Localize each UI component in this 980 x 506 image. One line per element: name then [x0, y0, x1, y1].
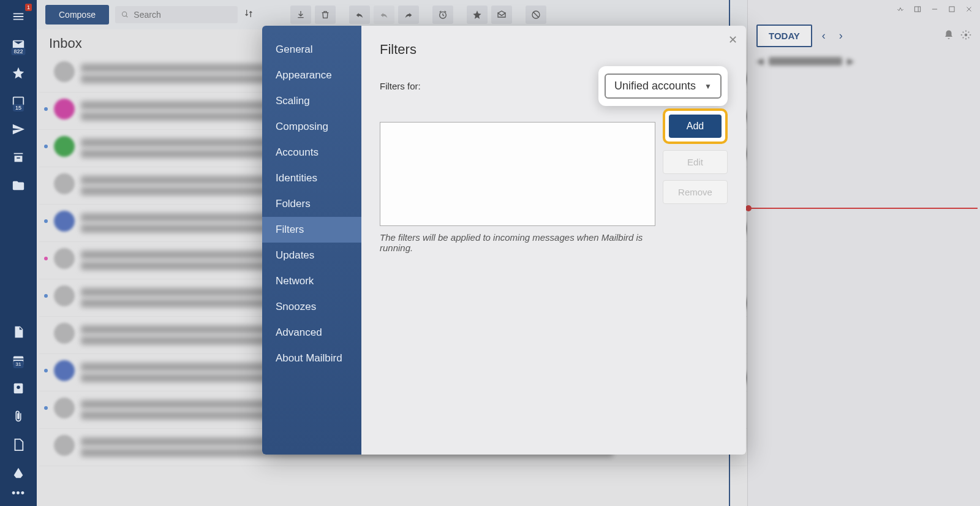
- menu-icon[interactable]: 1: [6, 5, 31, 28]
- more-icon[interactable]: •••: [12, 487, 25, 500]
- nav-accounts[interactable]: Accounts: [262, 140, 361, 165]
- nav-general[interactable]: General: [262, 37, 361, 62]
- filters-title: Filters: [380, 42, 728, 58]
- main-area: Compose: [37, 0, 980, 506]
- drive-icon[interactable]: [6, 461, 31, 485]
- mark-read-icon[interactable]: [491, 6, 512, 24]
- reply-all-icon[interactable]: [374, 6, 394, 24]
- attachments-icon[interactable]: [6, 405, 31, 428]
- panel-icon[interactable]: [911, 3, 924, 15]
- nav-folders[interactable]: Folders: [262, 191, 361, 217]
- search-input[interactable]: [134, 10, 232, 20]
- reply-icon[interactable]: [349, 6, 370, 24]
- dropdown-value: Unified accounts: [614, 80, 696, 93]
- remove-button[interactable]: Remove: [663, 180, 728, 204]
- calendar-day: 31: [13, 361, 24, 368]
- notes-icon[interactable]: [6, 320, 31, 344]
- calendar-toolbar: TODAY ‹ ›: [748, 18, 980, 53]
- nav-scaling[interactable]: Scaling: [262, 88, 361, 114]
- current-time-line: [748, 208, 978, 209]
- svg-point-3: [122, 12, 126, 16]
- svg-rect-7: [949, 7, 954, 12]
- nav-snoozes[interactable]: Snoozes: [262, 294, 361, 320]
- nav-filters[interactable]: Filters: [262, 217, 361, 243]
- search-icon: [121, 10, 129, 19]
- window-controls: [748, 0, 980, 18]
- filters-note: The filters will be applied to incoming …: [380, 232, 649, 253]
- sent-icon[interactable]: [6, 118, 31, 141]
- check-icon[interactable]: [894, 3, 907, 15]
- settings-nav: General Appearance Scaling Composing Acc…: [262, 26, 361, 455]
- close-icon[interactable]: ✕: [728, 33, 737, 47]
- close-window-icon[interactable]: [963, 3, 975, 15]
- nav-composing[interactable]: Composing: [262, 114, 361, 140]
- filters-for-label: Filters for:: [380, 81, 421, 91]
- inbox-count: 822: [11, 48, 25, 55]
- star-action-icon[interactable]: [467, 6, 488, 24]
- prev-day-icon[interactable]: ‹: [818, 27, 829, 45]
- nav-about[interactable]: About Mailbird: [262, 346, 361, 371]
- filters-list[interactable]: [380, 122, 655, 226]
- account-dropdown[interactable]: Unified accounts ▼: [605, 74, 722, 99]
- minimize-icon[interactable]: [929, 3, 941, 15]
- today-button[interactable]: TODAY: [756, 25, 812, 47]
- inbox-icon[interactable]: 822: [6, 33, 31, 56]
- sort-icon[interactable]: [244, 9, 254, 21]
- drafts-icon[interactable]: 15: [6, 89, 31, 113]
- snooze-icon[interactable]: [432, 6, 453, 24]
- current-time-dot: [745, 205, 752, 211]
- contacts-icon[interactable]: [6, 377, 31, 400]
- download-icon[interactable]: [290, 6, 311, 24]
- forward-icon[interactable]: [398, 6, 419, 24]
- settings-dialog: General Appearance Scaling Composing Acc…: [262, 26, 746, 455]
- add-button[interactable]: Add: [669, 115, 722, 138]
- search-box[interactable]: [115, 6, 238, 23]
- svg-rect-6: [914, 7, 920, 12]
- settings-body: ✕ Filters Filters for: Unified accounts …: [361, 26, 746, 455]
- account-dropdown-highlight: Unified accounts ▼: [598, 66, 728, 106]
- chevron-down-icon: ▼: [704, 82, 712, 91]
- block-icon[interactable]: [526, 6, 546, 24]
- bell-icon[interactable]: [943, 29, 954, 43]
- calendar-body[interactable]: [748, 73, 980, 489]
- svg-point-2: [17, 385, 20, 389]
- nav-advanced[interactable]: Advanced: [262, 320, 361, 346]
- maximize-icon[interactable]: [946, 3, 958, 15]
- star-icon[interactable]: [6, 61, 31, 85]
- add-button-highlight: Add: [663, 108, 728, 144]
- gear-icon[interactable]: [960, 29, 971, 43]
- next-day-icon[interactable]: ›: [835, 27, 846, 45]
- compose-button[interactable]: Compose: [45, 5, 109, 25]
- left-rail: 1 822 15 31: [0, 0, 37, 506]
- folder-icon[interactable]: [6, 174, 31, 197]
- calendar-date: ◀▶: [748, 53, 980, 73]
- calendar-icon[interactable]: 31: [6, 349, 31, 372]
- nav-updates[interactable]: Updates: [262, 243, 361, 268]
- calendar-panel: TODAY ‹ › ◀▶: [747, 0, 980, 506]
- toolbar-actions: [290, 6, 546, 24]
- nav-network[interactable]: Network: [262, 268, 361, 294]
- menu-badge: 1: [25, 4, 32, 11]
- drafts-count: 15: [13, 104, 24, 111]
- delete-icon[interactable]: [315, 6, 336, 24]
- nav-appearance[interactable]: Appearance: [262, 62, 361, 88]
- svg-point-8: [965, 33, 968, 36]
- document-icon[interactable]: [6, 433, 31, 456]
- archive-icon[interactable]: [6, 146, 31, 169]
- edit-button[interactable]: Edit: [663, 150, 728, 174]
- nav-identities[interactable]: Identities: [262, 165, 361, 191]
